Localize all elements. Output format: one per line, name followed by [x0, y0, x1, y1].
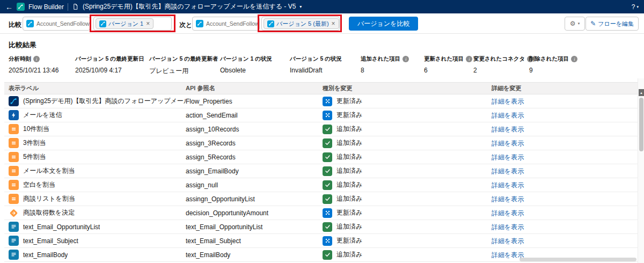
assignment-icon: [9, 152, 19, 162]
meta-label: 削除された項目: [529, 55, 569, 63]
added-check-icon: [323, 250, 332, 260]
table-row: (Spring25デモ用)【取引先】商談のフォローアップメールを送信する Flo…: [4, 94, 638, 108]
app-name: Flow Builder: [28, 3, 64, 11]
meta-item: バージョン 5 の最終更新者 プレビュー用: [149, 55, 220, 76]
change-status-label: 追加済み: [336, 180, 362, 189]
api-reference-name: assign_10Records: [186, 126, 323, 133]
chevron-down-icon: ▾: [578, 21, 580, 26]
vertical-scrollbar-thumb[interactable]: [639, 98, 643, 151]
help-menu-button[interactable]: ? ▾: [632, 3, 639, 11]
chevron-down-icon[interactable]: ▾: [299, 4, 302, 9]
view-details-link[interactable]: 詳細を表示: [492, 223, 524, 231]
target-version-label: バージョン 5 (最新): [276, 20, 329, 28]
edit-flow-label: フローを編集: [598, 20, 634, 28]
view-details-link[interactable]: 詳細を表示: [492, 209, 524, 217]
table-row: メールを送信 action_SendEmail 更新済み 詳細を表示: [4, 108, 638, 122]
source-version-pill[interactable]: バージョン 1 ×: [96, 18, 153, 29]
added-check-icon: [323, 166, 332, 176]
change-status-label: 追加済み: [336, 152, 362, 162]
element-label: 商談取得数を決定: [23, 208, 75, 217]
view-details-link[interactable]: 詳細を表示: [492, 112, 524, 119]
added-check-icon: [323, 152, 332, 162]
table-row: 5件割当 assign_5Records 追加済み 詳細を表示: [4, 150, 638, 164]
target-version-box[interactable]: バージョン 5 (最新) ×: [261, 17, 340, 31]
comparison-table-body: (Spring25デモ用)【取引先】商談のフォローアップメールを送信する Flo…: [4, 94, 638, 263]
meta-item: バージョン 5 の最終更新日 2025/10/09 4:17: [75, 55, 149, 76]
element-label: (Spring25デモ用)【取引先】商談のフォローアップメールを送信する: [23, 97, 186, 106]
text-template-icon: [9, 222, 19, 232]
source-version-box[interactable]: バージョン 1 ×: [93, 17, 172, 31]
added-check-icon: [323, 138, 332, 148]
view-details-link[interactable]: 詳細を表示: [492, 154, 524, 161]
meta-item: バージョン 5 の状況 InvalidDraft: [290, 55, 361, 76]
info-icon[interactable]: [466, 56, 472, 62]
view-details-link[interactable]: 詳細を表示: [492, 98, 524, 105]
meta-label: 変更されたコネクタ: [473, 55, 525, 63]
element-label: 5件割当: [23, 152, 46, 162]
compare-versions-button[interactable]: バージョンを比較: [349, 17, 418, 31]
action-icon: [9, 110, 19, 120]
navbar-divider: [68, 3, 68, 11]
remove-icon[interactable]: ×: [146, 20, 150, 27]
change-status-label: 追加済み: [336, 250, 362, 259]
meta-item: 追加された項目 8: [361, 55, 424, 76]
view-details-link[interactable]: 詳細を表示: [492, 251, 524, 259]
added-check-icon: [323, 125, 332, 134]
added-check-icon: [323, 222, 332, 232]
meta-value: 6: [424, 67, 473, 74]
meta-item: 削除された項目 9: [529, 55, 635, 76]
flow-icon: [99, 20, 106, 27]
api-reference-name: assign_5Records: [186, 154, 323, 161]
flow-icon: [196, 20, 203, 27]
target-flow-combobox[interactable]: Account_SendFollowUpMail: [192, 17, 260, 31]
api-reference-name: decision_OpportunityAmount: [186, 209, 323, 217]
view-details-link[interactable]: 詳細を表示: [492, 195, 524, 203]
info-icon[interactable]: [402, 56, 409, 62]
source-flow-combobox[interactable]: Account_SendFollowUpMail: [23, 17, 90, 31]
back-icon[interactable]: ←: [5, 3, 13, 11]
compare-toolbar: 比較 Account_SendFollowUpMail バージョン 1 × 次と…: [0, 13, 644, 34]
api-reference-name: text_EmailBody: [186, 251, 323, 259]
compare-label: 比較: [9, 20, 21, 30]
element-label: 10件割当: [23, 125, 49, 134]
comparison-table: 表示ラベル API 参照名 種別を変更 詳細を変更 (Spring25デモ用)【…: [4, 82, 638, 263]
api-reference-name: assign_EmailBody: [186, 167, 323, 175]
api-reference-name: Flow_Properties: [186, 98, 323, 105]
view-details-link[interactable]: 詳細を表示: [492, 140, 524, 147]
assignment-icon: [9, 194, 19, 204]
element-label: メール本文を割当: [23, 166, 75, 176]
horizontal-scrollbar-thumb[interactable]: [519, 258, 636, 261]
column-header-change-detail: 詳細を変更: [492, 84, 633, 92]
view-details-link[interactable]: 詳細を表示: [492, 237, 524, 245]
meta-item: バージョン 1 の状況 Obsolete: [220, 55, 290, 76]
settings-dropdown-button[interactable]: ⚙ ▾: [565, 17, 585, 31]
meta-value: 8: [361, 67, 424, 74]
meta-item: 分析時刻 2025/10/21 13:46: [9, 55, 75, 76]
info-icon[interactable]: [33, 56, 40, 62]
meta-value: InvalidDraft: [290, 67, 361, 74]
flow-icon: [26, 20, 34, 27]
table-row: 商談取得数を決定 decision_OpportunityAmount 更新済み…: [4, 206, 638, 220]
table-row: 商談リストを割当 assingn_OpportunityList 追加済み 詳細…: [4, 192, 638, 206]
meta-value: 2: [473, 67, 529, 74]
view-details-link[interactable]: 詳細を表示: [492, 181, 524, 189]
table-row: text_Email_OpportunityList text_Email_Op…: [4, 220, 638, 234]
updated-icon: [323, 208, 332, 218]
scroll-up-icon[interactable]: ▲: [639, 89, 644, 96]
info-icon[interactable]: [571, 56, 577, 62]
column-header-api-name: API 参照名: [186, 84, 323, 92]
target-version-pill[interactable]: バージョン 5 (最新) ×: [264, 18, 339, 29]
api-reference-name: assign_3Records: [186, 140, 323, 147]
view-details-link[interactable]: 詳細を表示: [492, 167, 524, 175]
text-template-icon: [9, 250, 19, 260]
flow-title: (Spring25デモ用)【取引先】商談のフォローアップメールを送信する - V…: [83, 2, 296, 11]
api-reference-name: text_Email_OpportunityList: [186, 223, 323, 231]
edit-flow-button[interactable]: ✎ フローを編集: [586, 17, 639, 31]
view-details-link[interactable]: 詳細を表示: [492, 126, 524, 133]
element-label: 空白を割当: [23, 180, 55, 189]
element-label: 3件割当: [23, 138, 46, 148]
meta-label: 分析時刻: [9, 55, 31, 63]
element-label: text_Email_OpportunityList: [23, 223, 100, 231]
remove-icon[interactable]: ×: [332, 20, 335, 27]
vertical-scrollbar[interactable]: ▲: [638, 78, 644, 263]
